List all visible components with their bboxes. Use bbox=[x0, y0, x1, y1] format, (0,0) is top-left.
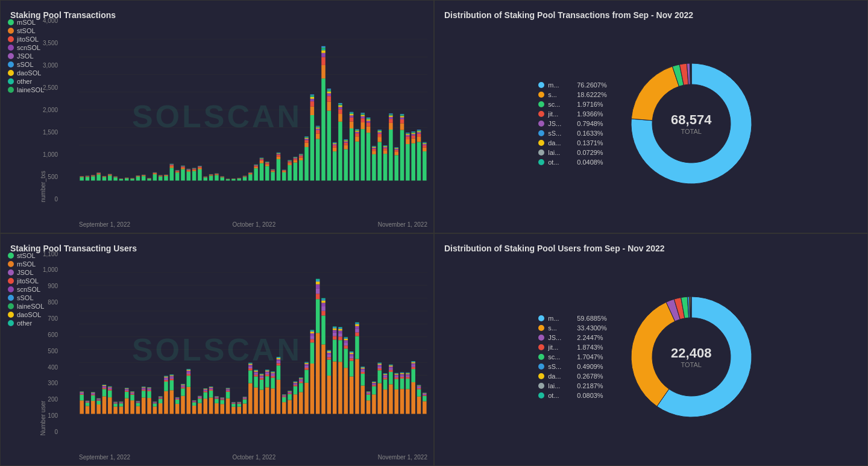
svg-rect-276 bbox=[265, 163, 269, 163]
svg-rect-466 bbox=[400, 124, 404, 130]
svg-rect-935 bbox=[372, 385, 376, 386]
svg-rect-429 bbox=[372, 147, 376, 148]
svg-rect-762 bbox=[248, 364, 253, 365]
svg-rect-323 bbox=[299, 156, 303, 158]
svg-rect-526 bbox=[86, 402, 90, 405]
donut-legend-dot bbox=[538, 315, 544, 321]
svg-rect-131 bbox=[164, 175, 168, 175]
svg-rect-833 bbox=[299, 379, 303, 380]
svg-rect-156 bbox=[181, 166, 185, 167]
y-axis-label: 700 bbox=[48, 315, 58, 322]
donut-legend-item: s... 18.6222% bbox=[538, 91, 607, 98]
svg-rect-491 bbox=[417, 134, 421, 137]
svg-rect-818 bbox=[288, 391, 292, 391]
svg-rect-458 bbox=[394, 152, 398, 156]
svg-rect-261 bbox=[254, 165, 258, 166]
svg-rect-381 bbox=[338, 105, 342, 107]
donut-legend-pct: 33.4300% bbox=[577, 324, 607, 332]
svg-rect-702 bbox=[209, 391, 213, 397]
svg-rect-945 bbox=[377, 364, 382, 366]
svg-rect-18 bbox=[86, 177, 90, 177]
svg-rect-689 bbox=[198, 396, 202, 397]
svg-rect-712 bbox=[215, 397, 219, 398]
svg-rect-172 bbox=[192, 169, 197, 169]
svg-rect-808 bbox=[282, 395, 286, 396]
svg-rect-129 bbox=[164, 176, 168, 180]
svg-rect-348 bbox=[316, 128, 320, 130]
svg-rect-186 bbox=[203, 177, 207, 178]
donut-legend-label: m... bbox=[548, 315, 573, 322]
svg-rect-402 bbox=[355, 136, 359, 142]
x-axis-label: September 1, 2022 bbox=[79, 454, 130, 461]
svg-rect-17 bbox=[86, 177, 90, 180]
svg-rect-583 bbox=[125, 391, 129, 392]
legend-label: mSOL bbox=[17, 19, 36, 26]
svg-rect-266 bbox=[260, 161, 264, 163]
svg-rect-835 bbox=[299, 377, 303, 378]
legend-label: scnSOL bbox=[17, 44, 40, 51]
svg-rect-502 bbox=[423, 143, 427, 143]
svg-rect-822 bbox=[294, 386, 298, 394]
svg-rect-533 bbox=[91, 400, 95, 414]
users-distribution-title: Distribution of Staking Pool Users from … bbox=[444, 244, 858, 253]
svg-rect-790 bbox=[271, 377, 275, 388]
svg-rect-289 bbox=[277, 159, 281, 180]
legend-dot bbox=[8, 28, 14, 34]
svg-rect-345 bbox=[316, 139, 320, 181]
svg-rect-951 bbox=[383, 377, 388, 379]
donut-legend-label: lai... bbox=[548, 149, 573, 156]
svg-rect-956 bbox=[383, 373, 388, 374]
svg-rect-493 bbox=[417, 131, 421, 133]
svg-rect-725 bbox=[226, 398, 230, 414]
svg-rect-672 bbox=[187, 372, 191, 374]
svg-rect-796 bbox=[271, 371, 275, 372]
legend-item: mSOL bbox=[8, 19, 44, 26]
svg-rect-42 bbox=[102, 177, 107, 177]
svg-rect-113 bbox=[153, 174, 157, 180]
svg-rect-372 bbox=[333, 144, 337, 145]
donut-legend-item: ot... 0.0408% bbox=[538, 159, 607, 166]
svg-rect-810 bbox=[282, 394, 286, 395]
svg-rect-290 bbox=[277, 156, 281, 159]
svg-rect-496 bbox=[417, 130, 421, 130]
svg-rect-933 bbox=[372, 394, 376, 414]
donut-legend-item: sS... 0.1633% bbox=[538, 130, 607, 137]
svg-rect-217 bbox=[226, 179, 230, 180]
svg-rect-586 bbox=[125, 388, 129, 389]
svg-rect-757 bbox=[248, 383, 253, 414]
svg-rect-663 bbox=[181, 387, 185, 388]
svg-rect-453 bbox=[389, 116, 393, 117]
svg-rect-398 bbox=[350, 113, 354, 114]
donut-legend-label: lai... bbox=[548, 382, 573, 389]
svg-rect-573 bbox=[119, 406, 124, 414]
donut-legend-dot bbox=[538, 121, 544, 127]
svg-rect-976 bbox=[400, 375, 404, 377]
svg-rect-138 bbox=[170, 166, 174, 168]
svg-rect-809 bbox=[282, 395, 286, 395]
donut-legend-item: da... 0.2678% bbox=[538, 373, 607, 380]
svg-rect-853 bbox=[316, 333, 320, 414]
svg-rect-560 bbox=[108, 388, 112, 389]
svg-rect-774 bbox=[260, 379, 264, 389]
transactions-bar-panel: Staking Pool Transactions mSOLstSOLjitoS… bbox=[0, 0, 434, 233]
svg-rect-179 bbox=[198, 167, 202, 168]
transactions-legend: mSOLstSOLjitoSOLscnSOLJSOLsSOLdaoSOLothe… bbox=[8, 19, 44, 93]
tx-donut-center: 68,574 TOTAL bbox=[671, 112, 711, 135]
svg-rect-681 bbox=[192, 400, 197, 401]
svg-rect-788 bbox=[265, 370, 269, 370]
svg-rect-316 bbox=[294, 158, 298, 159]
svg-rect-468 bbox=[400, 118, 404, 119]
donut-legend-pct: 76.2607% bbox=[577, 81, 607, 89]
svg-rect-534 bbox=[91, 395, 95, 400]
svg-rect-871 bbox=[327, 357, 332, 359]
svg-rect-764 bbox=[248, 362, 253, 363]
svg-rect-1005 bbox=[423, 401, 427, 414]
svg-rect-377 bbox=[338, 122, 342, 181]
svg-rect-972 bbox=[394, 373, 398, 373]
svg-rect-714 bbox=[215, 396, 219, 397]
svg-rect-974 bbox=[400, 378, 404, 388]
donut-legend-pct: 0.1371% bbox=[577, 139, 603, 146]
svg-rect-922 bbox=[361, 367, 365, 368]
svg-rect-877 bbox=[333, 361, 337, 414]
svg-rect-283 bbox=[271, 170, 275, 171]
